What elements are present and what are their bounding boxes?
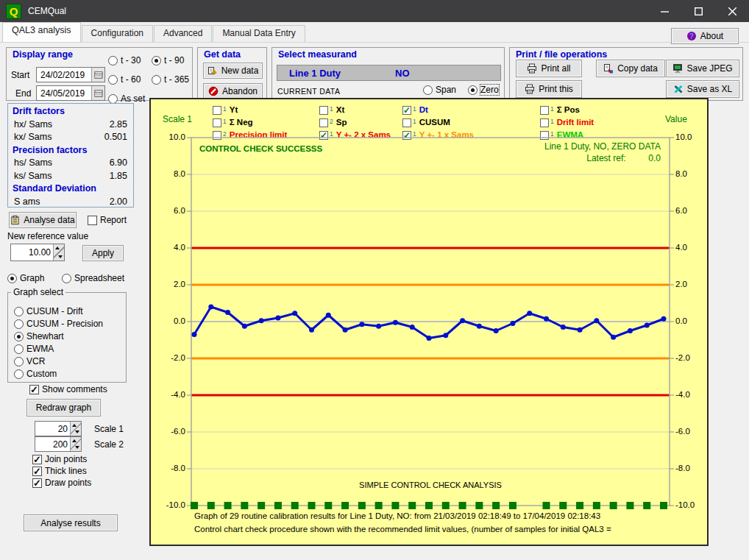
abandon-icon xyxy=(208,86,219,96)
point-option-label: Thick lines xyxy=(45,466,87,476)
redraw-graph-button[interactable]: Redraw graph xyxy=(26,399,101,417)
graph-type-vcr[interactable]: VCR xyxy=(14,356,45,366)
start-label: Start xyxy=(11,70,29,80)
thick-lines-checkbox[interactable] xyxy=(32,467,42,476)
y-tick-label-right: 6.0 xyxy=(675,206,687,215)
tab-manual-data-entry[interactable]: Manual Data Entry xyxy=(213,25,305,42)
range-radio-t-30[interactable] xyxy=(108,56,118,65)
graph-type-cusum-precision[interactable]: CUSUM - Precision xyxy=(14,319,103,329)
scale1-value: 20 xyxy=(35,424,70,434)
graph-type-radio-cusum-drift[interactable] xyxy=(14,307,24,316)
range-option-label: t - 365 xyxy=(164,74,189,85)
scale1-spinner[interactable] xyxy=(70,422,81,436)
view-option-spreadsheet[interactable]: Spreadsheet xyxy=(62,273,124,283)
range-option-t-30[interactable]: t - 30 xyxy=(108,55,141,65)
graph-type-cusum-drift[interactable]: CUSUM - Drift xyxy=(14,306,83,316)
report-checkbox[interactable] xyxy=(88,216,97,225)
about-button[interactable]: ? About xyxy=(671,28,739,44)
analyse-results-button[interactable]: Analyse results xyxy=(24,514,118,531)
end-calendar-button[interactable] xyxy=(91,86,104,100)
range-radio-t-60[interactable] xyxy=(108,75,118,85)
select-measurand-group: Select measurand Line 1 Duty NO CURRENT … xyxy=(271,47,505,101)
measurand-mode-span[interactable]: Span xyxy=(423,85,456,95)
mode-option-label: Span xyxy=(436,85,456,95)
new-data-icon xyxy=(207,65,218,76)
chart-caption-1: Graph of 29 routine calibration results … xyxy=(194,511,600,520)
factor-row: hx/ Sams2.85 xyxy=(8,119,133,130)
print-op-copy-data[interactable]: Copy data xyxy=(596,60,665,77)
show-comments-option[interactable]: Show comments xyxy=(29,384,107,394)
new-ref-value: 10.00 xyxy=(11,247,53,258)
print-op-print-all[interactable]: Print all xyxy=(516,60,582,77)
tab-qal3-analysis[interactable]: QAL3 analysis xyxy=(2,22,81,42)
graph-type-label: VCR xyxy=(26,356,45,366)
print-op-save-jpeg[interactable]: Save JPEG xyxy=(666,60,739,77)
join-points-checkbox[interactable] xyxy=(32,455,42,464)
current-data-label: CURRENT DATA xyxy=(277,87,340,96)
scale2-spinner[interactable] xyxy=(70,437,81,451)
scale2-field[interactable]: 200 xyxy=(35,436,82,452)
new-ref-field[interactable]: 10.00 xyxy=(10,244,65,261)
scale1-field[interactable]: 20 xyxy=(35,421,82,436)
apply-button[interactable]: Apply xyxy=(82,245,124,261)
mode-radio-zero[interactable] xyxy=(468,85,478,95)
report-option[interactable]: Report xyxy=(88,215,127,225)
point-option-join-points[interactable]: Join points xyxy=(32,454,87,464)
new-ref-spinner[interactable] xyxy=(53,244,64,260)
point-option-thick-lines[interactable]: Thick lines xyxy=(32,466,87,476)
analyse-data-button[interactable]: Analyse data xyxy=(9,212,77,228)
chart-title: SIMPLE CONTROL CHECK ANALYSIS xyxy=(191,481,670,489)
abandon-label: Abandon xyxy=(222,86,258,96)
print-ops-group: Print / file operations Print allCopy da… xyxy=(509,47,743,101)
range-option-t-365[interactable]: t - 365 xyxy=(152,74,189,85)
start-date-field[interactable]: 24/02/2019 xyxy=(36,67,105,82)
new-data-button[interactable]: New data xyxy=(203,63,263,79)
scale1-label: Scale 1 xyxy=(94,424,124,434)
print-op-label: Copy data xyxy=(617,63,658,74)
graph-type-custom[interactable]: Custom xyxy=(14,369,57,379)
app-icon: Q xyxy=(6,4,21,19)
range-radio-as-set[interactable] xyxy=(108,94,118,104)
graph-type-radio-custom[interactable] xyxy=(14,369,24,379)
measurand-mode-zero[interactable]: Zero xyxy=(468,85,499,95)
view-option-label: Graph xyxy=(20,273,44,283)
end-date-field[interactable]: 24/05/2019 xyxy=(36,85,105,101)
start-calendar-button[interactable] xyxy=(91,68,104,82)
data-points xyxy=(192,305,667,341)
range-option-t-60[interactable]: t - 60 xyxy=(108,74,141,85)
graph-type-shewhart[interactable]: Shewhart xyxy=(14,331,64,341)
graph-type-radio-shewhart[interactable] xyxy=(14,332,24,341)
print-op-print-this[interactable]: Print this xyxy=(516,80,582,98)
view-radio-graph[interactable] xyxy=(7,274,17,283)
display-range-group: Display range Start 24/02/2019 End 24/05… xyxy=(6,47,193,101)
abandon-button[interactable]: Abandon xyxy=(203,83,263,99)
range-option-t-90[interactable]: t - 90 xyxy=(152,55,184,65)
tab-configuration[interactable]: Configuration xyxy=(82,25,153,42)
mode-radio-span[interactable] xyxy=(423,85,433,95)
scale2-value: 200 xyxy=(35,439,70,450)
graph-type-radio-cusum-precision[interactable] xyxy=(14,319,24,329)
range-radio-t-90[interactable] xyxy=(152,56,161,65)
range-radio-t-365[interactable] xyxy=(152,75,161,85)
view-option-graph[interactable]: Graph xyxy=(7,273,44,283)
tab-advanced[interactable]: Advanced xyxy=(154,25,212,42)
measurand-name: Line 1 Duty xyxy=(289,68,341,79)
analyse-data-label: Analyse data xyxy=(24,215,74,225)
minimize-button[interactable] xyxy=(647,0,681,22)
graph-type-radio-vcr[interactable] xyxy=(14,357,24,366)
graph-type-ewma[interactable]: EWMA xyxy=(14,344,54,354)
select-measurand-title: Select measurand xyxy=(278,49,357,60)
maximize-button[interactable] xyxy=(681,0,715,22)
point-option-draw-points[interactable]: Draw points xyxy=(32,478,91,488)
close-button[interactable] xyxy=(715,0,749,22)
measurand-row[interactable]: Line 1 Duty NO xyxy=(277,65,501,81)
graph-type-radio-ewma[interactable] xyxy=(14,344,24,354)
draw-points-checkbox[interactable] xyxy=(32,478,42,488)
y-tick-label-right: -10.0 xyxy=(675,500,695,509)
print-op-save-as-xl[interactable]: Save as XL xyxy=(666,80,739,98)
view-radio-spreadsheet[interactable] xyxy=(62,274,71,283)
factor-value: 1.85 xyxy=(110,171,127,181)
show-comments-checkbox[interactable] xyxy=(29,385,39,394)
range-option-as-set[interactable]: As set xyxy=(108,93,145,104)
data-line xyxy=(194,307,664,339)
